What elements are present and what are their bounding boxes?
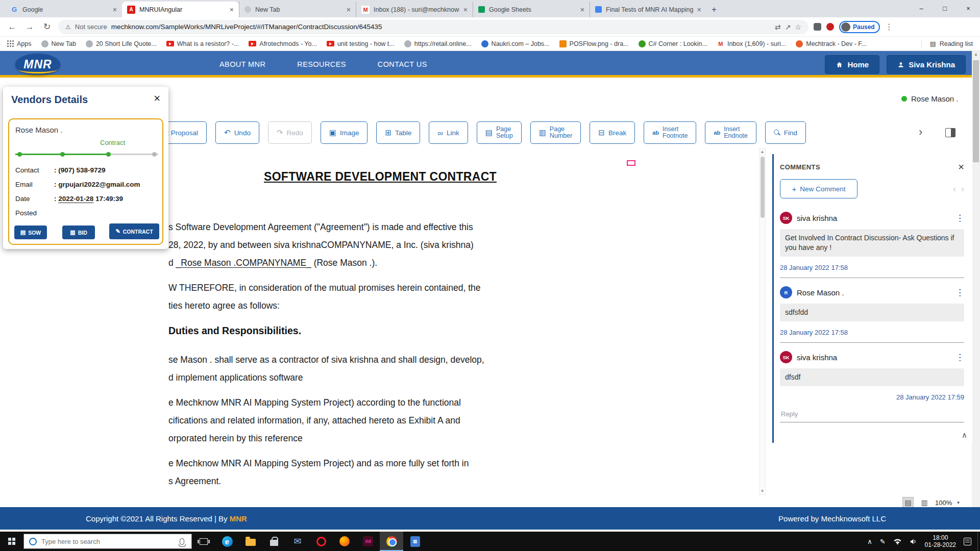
close-button[interactable]: × bbox=[957, 0, 980, 17]
tab-google-sheets[interactable]: Google Sheets × bbox=[473, 2, 590, 17]
forward-icon[interactable]: → bbox=[23, 22, 36, 32]
translate-icon[interactable]: ⇄ bbox=[775, 23, 781, 31]
undo-button[interactable]: ↶Undo bbox=[215, 121, 259, 144]
show-desktop-button[interactable] bbox=[977, 532, 980, 551]
reply-input[interactable] bbox=[780, 408, 964, 422]
slider-dot[interactable] bbox=[60, 152, 65, 157]
sow-button[interactable]: ▤SOW bbox=[14, 226, 47, 239]
vendor-stage-slider[interactable] bbox=[15, 152, 158, 157]
next-page-icon[interactable]: › bbox=[961, 184, 964, 194]
xd-button[interactable]: Xd bbox=[356, 532, 380, 551]
tab-final-tests[interactable]: Final Tests of MNR AI Mapping S × bbox=[590, 2, 706, 17]
bookmark-mechtrack[interactable]: Mechtrack - Dev - F... bbox=[796, 40, 867, 47]
bookmark-naukri[interactable]: Naukri.com – Jobs... bbox=[481, 40, 550, 47]
pen-icon[interactable]: ✎ bbox=[880, 538, 886, 545]
window-scrollbar[interactable]: ▲ ▼ bbox=[972, 51, 980, 530]
page-setup-button[interactable]: ▤PageSetup bbox=[477, 121, 522, 144]
scroll-up-icon[interactable]: ▲ bbox=[972, 52, 980, 57]
insert-endnote-button[interactable]: abInsertEndnote bbox=[705, 121, 756, 144]
nav-contact-us[interactable]: CONTACT US bbox=[378, 60, 427, 68]
comments-close-icon[interactable]: × bbox=[958, 161, 964, 173]
zoom-level[interactable]: 100% bbox=[935, 499, 952, 507]
image-button[interactable]: ▣Image bbox=[321, 121, 368, 144]
side-panel-toggle-icon[interactable] bbox=[945, 128, 955, 137]
bookmark-quotes[interactable]: 20 Short Life Quote... bbox=[86, 40, 157, 47]
notification-center-icon[interactable] bbox=[964, 538, 971, 545]
page-layout-icon[interactable]: ▤ bbox=[902, 497, 914, 508]
bid-button[interactable]: ▥BID bbox=[62, 226, 95, 239]
url-omnibox[interactable]: ⚠ Not secure mechknow.com/SampleWorks/MN… bbox=[58, 20, 808, 34]
prev-page-icon[interactable]: ‹ bbox=[953, 184, 956, 194]
zoom-caret-icon[interactable]: ▾ bbox=[957, 500, 960, 505]
bookmark-new-tab[interactable]: New Tab bbox=[41, 40, 76, 47]
link-button[interactable]: ∞Link bbox=[429, 121, 468, 144]
extension-icon[interactable] bbox=[814, 23, 821, 31]
user-button[interactable]: Siva Krishna bbox=[887, 55, 966, 74]
taskbar-search-input[interactable] bbox=[41, 538, 175, 545]
mnr-logo[interactable]: MNR bbox=[15, 54, 60, 75]
tab-close-icon[interactable]: × bbox=[580, 6, 584, 14]
tab-close-icon[interactable]: × bbox=[347, 6, 351, 14]
table-button[interactable]: ⊞Table bbox=[376, 121, 420, 144]
tab-close-icon[interactable]: × bbox=[697, 6, 701, 14]
bookmark-inbox[interactable]: MInbox (1,609) - suri... bbox=[717, 40, 786, 47]
bookmark-posflow[interactable]: POSFlow.png - dra... bbox=[559, 40, 629, 47]
tab-inbox[interactable]: M Inbox (188) - suri@mechknowso × bbox=[356, 2, 473, 17]
collapse-chevron-icon[interactable]: ∧ bbox=[962, 431, 967, 440]
bookmark-csharp-corner[interactable]: C# Corner : Lookin... bbox=[639, 40, 707, 47]
tab-close-icon[interactable]: × bbox=[230, 6, 234, 14]
tray-expand-icon[interactable]: ∧ bbox=[867, 538, 872, 545]
kebab-menu-icon[interactable]: ⋮ bbox=[955, 213, 964, 223]
url-text[interactable]: mechknow.com/SampleWorks/MNRLiveProject/… bbox=[111, 23, 771, 31]
find-button[interactable]: Find bbox=[765, 121, 806, 144]
file-explorer-button[interactable] bbox=[239, 532, 262, 551]
bookmark-unit-testing[interactable]: unit testing - how t... bbox=[327, 40, 395, 47]
comment-anchor-marker[interactable] bbox=[627, 160, 635, 166]
firefox-button[interactable] bbox=[333, 532, 356, 551]
browser-menu-icon[interactable]: ⋮ bbox=[885, 22, 893, 32]
bookmark-resistor[interactable]: What is a resistor? -... bbox=[166, 40, 239, 47]
contract-button[interactable]: ✎CONTRACT bbox=[109, 223, 159, 239]
scrollbar-thumb[interactable] bbox=[761, 157, 765, 218]
slider-dot[interactable] bbox=[152, 152, 157, 157]
microphone-icon[interactable] bbox=[180, 538, 184, 545]
mail-button[interactable]: ✉ bbox=[286, 532, 309, 551]
profile-paused-badge[interactable]: Paused bbox=[839, 21, 880, 33]
slider-dot[interactable] bbox=[106, 152, 111, 157]
reload-icon[interactable]: ↻ bbox=[41, 21, 53, 32]
calculator-button[interactable]: ▦ bbox=[403, 532, 427, 551]
nav-about-mnr[interactable]: ABOUT MNR bbox=[219, 60, 265, 68]
insert-footnote-button[interactable]: abInsertFootnote bbox=[644, 121, 696, 144]
bookmark-retail-online[interactable]: https://retail.online... bbox=[404, 40, 472, 47]
store-button[interactable] bbox=[262, 532, 286, 551]
extension-red-icon[interactable] bbox=[826, 23, 834, 31]
fit-page-icon[interactable]: ▥ bbox=[919, 497, 930, 508]
home-button[interactable]: Home bbox=[825, 55, 879, 74]
chrome-button[interactable] bbox=[380, 532, 403, 551]
scroll-down-icon[interactable]: ▼ bbox=[760, 489, 765, 493]
vendor-panel-close-icon[interactable]: × bbox=[154, 92, 160, 105]
bookmark-star-icon[interactable]: ☆ bbox=[795, 23, 801, 31]
security-label[interactable]: Not secure bbox=[75, 23, 107, 31]
tab-google[interactable]: G Google × bbox=[5, 2, 122, 17]
nav-resources[interactable]: RESOURCES bbox=[297, 60, 346, 68]
tab-close-icon[interactable]: × bbox=[463, 6, 468, 14]
toolbar-overflow-chevron-icon[interactable]: › bbox=[919, 126, 922, 139]
task-view-button[interactable] bbox=[192, 532, 215, 551]
minimize-button[interactable]: – bbox=[910, 0, 933, 17]
tab-new-tab[interactable]: New Tab × bbox=[239, 2, 356, 17]
footer-brand[interactable]: MNR bbox=[230, 514, 247, 523]
redo-button[interactable]: ↷Redo bbox=[268, 121, 312, 144]
scroll-up-icon[interactable]: ▲ bbox=[760, 149, 765, 154]
kebab-menu-icon[interactable]: ⋮ bbox=[955, 287, 964, 298]
opera-button[interactable] bbox=[309, 532, 333, 551]
kebab-menu-icon[interactable]: ⋮ bbox=[955, 352, 964, 363]
slider-dot[interactable] bbox=[17, 152, 22, 157]
document-body-text[interactable]: s Software Development Agreement ("Agree… bbox=[168, 218, 680, 490]
bookmark-afrotechmods[interactable]: Afrotechmods - Yo... bbox=[249, 40, 317, 47]
maximize-button[interactable]: □ bbox=[933, 0, 957, 17]
page-number-button[interactable]: ▥PageNumber bbox=[530, 121, 581, 144]
back-icon[interactable]: ← bbox=[6, 22, 18, 32]
document-scrollbar[interactable]: ▲ ▼ bbox=[759, 148, 766, 495]
edge-button[interactable]: e bbox=[215, 532, 239, 551]
